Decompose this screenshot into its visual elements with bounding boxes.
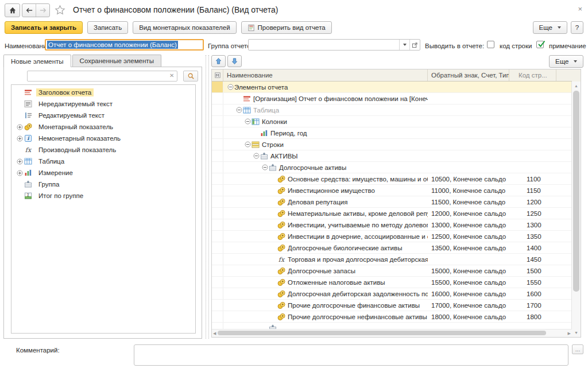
report-group-value[interactable] xyxy=(249,40,399,50)
tree-row[interactable]: Прочие долгосрочные финансовые активы170… xyxy=(212,300,572,311)
tree-row[interactable]: Инвестиции в дочерние, ассоциированные и… xyxy=(212,231,572,242)
tree-row[interactable]: Отложенные налоговые активы15500, Конечн… xyxy=(212,277,572,288)
palette-item[interactable]: iНемонетарный показатель xyxy=(11,133,195,144)
table-body: Элементы отчета[Организация] Отчет о фин… xyxy=(212,82,572,330)
monetary-icon xyxy=(277,278,285,286)
name-input[interactable]: Отчет о финансовом положении (Баланс) xyxy=(45,39,204,51)
tree-row[interactable]: fxТорговая и прочая долгосрочная дебитор… xyxy=(212,254,572,265)
splitter[interactable] xyxy=(206,55,209,339)
collapse-icon[interactable] xyxy=(235,107,243,113)
tree-row[interactable]: Деловая репутация11500, Конечное сальдо1… xyxy=(212,196,572,208)
tree-row[interactable]: Долгосрочные биологические активы13500, … xyxy=(212,242,572,254)
palette-item[interactable]: Группа xyxy=(11,179,195,190)
expand-icon[interactable] xyxy=(15,135,24,142)
tree-row[interactable]: Строки xyxy=(212,139,572,150)
home-button[interactable] xyxy=(5,3,20,17)
tree-row[interactable]: Инвестиции, учитываемые по методу долево… xyxy=(212,219,572,231)
scroll-right-icon[interactable]: ▶ xyxy=(568,330,571,337)
open-button[interactable] xyxy=(409,40,420,50)
move-down-button[interactable] xyxy=(227,55,242,67)
home-icon xyxy=(9,6,17,14)
note-checkbox[interactable] xyxy=(536,41,544,48)
tree-row-sign: 16000, Конечное сальдо xyxy=(428,288,509,299)
tab-new-elements[interactable]: Новые элементы xyxy=(3,55,71,67)
row-marker-cell xyxy=(212,82,223,92)
tree-row-sign: 15000, Конечное сальдо xyxy=(428,265,509,276)
tree-row[interactable]: Прочие долгосрочные нефинансовые активы1… xyxy=(212,311,572,323)
comment-label: Комментарий: xyxy=(16,347,60,354)
palette-item[interactable]: fxПроизводный показатель xyxy=(11,144,195,156)
palette-item[interactable]: Редактируемый текст xyxy=(11,110,195,121)
tree-row[interactable]: Период, год xyxy=(212,127,572,139)
back-arrow-icon xyxy=(25,7,33,14)
back-button[interactable] xyxy=(22,4,36,17)
palette-item[interactable]: Заголовок отчета xyxy=(11,87,195,98)
tree-row-name: Долгосрочные запасы xyxy=(288,268,355,274)
vertical-scroll-thumb[interactable] xyxy=(573,91,579,292)
comment-input[interactable] xyxy=(134,344,568,366)
tree-row[interactable]: Колонки xyxy=(212,116,572,127)
collapse-icon[interactable] xyxy=(227,84,234,90)
tree-row[interactable]: [Организация] Отчет о финансовом положен… xyxy=(212,93,572,104)
tree-row[interactable]: Долгосрочные активы xyxy=(212,162,572,173)
expand-icon[interactable] xyxy=(15,170,24,176)
chevron-down-icon xyxy=(558,26,561,29)
tree-row[interactable]: Нематериальные активы, кроме деловой реп… xyxy=(212,208,572,219)
tree-row[interactable]: Долгосрочная дебиторская задолженность п… xyxy=(212,288,572,300)
svg-text:fx: fx xyxy=(278,256,285,264)
horizontal-scroll-thumb[interactable] xyxy=(218,331,546,335)
scroll-down-icon[interactable]: ▼ xyxy=(572,330,581,336)
search-input[interactable] xyxy=(27,71,177,82)
collapse-icon[interactable] xyxy=(261,164,269,170)
palette-item[interactable]: Таблица xyxy=(11,156,195,167)
clear-search-icon[interactable]: ✕ xyxy=(169,72,174,79)
palette-item-label: Производный показатель xyxy=(36,146,118,154)
vertical-scrollbar[interactable]: ▲ ▼ xyxy=(571,82,581,337)
comment-more-button[interactable]: ... xyxy=(572,344,583,354)
scroll-up-icon[interactable]: ▲ xyxy=(572,83,581,90)
move-up-button[interactable] xyxy=(211,55,226,67)
formula-icon: fx xyxy=(24,146,33,154)
report-view-window: Отчет о финансовом положении (Баланс) (В… xyxy=(0,0,588,372)
tree-row-code: 1150 xyxy=(509,185,556,196)
column-header-sign[interactable]: Обратный знак, Счет, Тип итога xyxy=(428,69,509,81)
collapse-icon[interactable] xyxy=(244,141,252,148)
tree-row[interactable]: Основные средства: имущество, машины и о… xyxy=(212,173,572,185)
favorite-star-icon[interactable] xyxy=(55,5,65,16)
palette-item[interactable]: ΣИтог по группе xyxy=(11,190,195,202)
palette-item[interactable]: Нередактируемый текст xyxy=(11,98,195,110)
tree-row[interactable]: Долгосрочные запасы15000, Конечное сальд… xyxy=(212,265,572,277)
more-button[interactable]: Еще xyxy=(533,21,567,34)
help-button[interactable]: ? xyxy=(571,21,583,34)
tree-row[interactable]: АКТИВЫ xyxy=(212,150,572,162)
tab-saved-elements[interactable]: Сохраненные элементы xyxy=(72,55,161,67)
column-header-name[interactable]: Наименование xyxy=(223,69,428,81)
search-button[interactable] xyxy=(183,71,198,82)
line-code-checkbox[interactable] xyxy=(487,41,494,48)
editable-text-icon xyxy=(24,111,33,119)
close-icon[interactable]: × xyxy=(578,5,582,13)
collapse-icon[interactable] xyxy=(244,118,252,125)
dropdown-button[interactable] xyxy=(399,40,409,50)
save-and-close-button[interactable]: Записать и закрыть xyxy=(5,21,83,34)
tree-row[interactable]: Элементы отчета xyxy=(212,82,572,93)
expand-icon[interactable] xyxy=(15,124,24,130)
collapse-icon[interactable] xyxy=(253,153,260,159)
tree-row[interactable]: Инвестиционное имущество11000, Конечное … xyxy=(212,185,572,196)
check-report-view-button[interactable]: Проверить вид отчета xyxy=(241,21,332,34)
tree-more-button[interactable]: Еще xyxy=(549,55,583,68)
expand-icon[interactable] xyxy=(15,158,24,165)
horizontal-scrollbar[interactable]: ◀ ▶ xyxy=(212,329,572,337)
forward-button[interactable] xyxy=(36,4,49,17)
save-button[interactable]: Записать xyxy=(87,21,128,34)
tree-settings-icon[interactable] xyxy=(212,69,223,81)
scroll-left-icon[interactable]: ◀ xyxy=(213,330,216,337)
report-group-input[interactable] xyxy=(248,39,420,51)
palette-item[interactable]: Монетарный показатель xyxy=(11,121,195,133)
column-header-code[interactable]: Код стр... xyxy=(509,69,556,81)
palette-item[interactable]: Измерение xyxy=(11,167,195,179)
chevron-down-icon xyxy=(574,60,577,63)
tree-row[interactable]: Таблица xyxy=(212,104,572,116)
tree-row-name: Прочие долгосрочные финансовые активы xyxy=(288,302,420,309)
monetary-view-button[interactable]: Вид монетарных показателей xyxy=(133,21,236,34)
